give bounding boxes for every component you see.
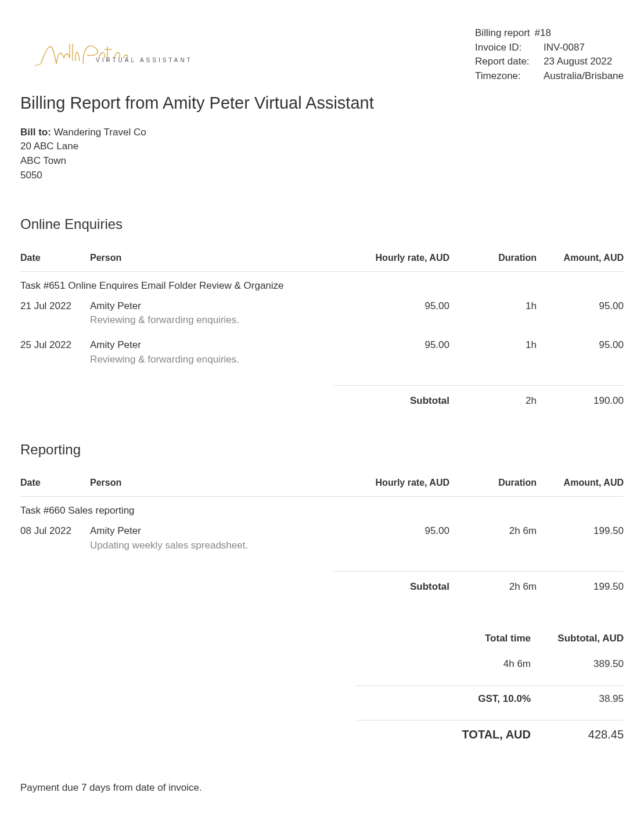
col-person: Person (90, 470, 333, 497)
subtotal-row: Subtotal2h 6m199.50 (20, 571, 624, 602)
entry-duration: 1h (449, 335, 537, 374)
entry-rate: 95.00 (333, 521, 449, 560)
col-person: Person (90, 245, 333, 272)
entry-row: 08 Jul 2022Amity PeterUpdating weekly sa… (20, 521, 624, 560)
entry-note: Reviewing & forwarding enquiries. (90, 353, 333, 367)
task-label: Task #660 Sales reporting (20, 497, 624, 521)
header: VIRTUAL ASSISTANT Billing report #18 Inv… (20, 26, 624, 84)
total-time-label: Total time (415, 632, 531, 646)
page-title: Billing Report from Amity Peter Virtual … (20, 91, 624, 115)
entry-rate: 95.00 (333, 296, 449, 335)
entry-date: 08 Jul 2022 (20, 521, 90, 560)
payment-terms: Payment due 7 days from date of invoice. (20, 781, 624, 795)
timezone: Australia/Brisbane (544, 69, 624, 84)
subtotal-duration: 2h 6m (449, 571, 537, 602)
col-rate: Hourly rate, AUD (333, 470, 449, 497)
col-duration: Duration (449, 245, 537, 272)
subtotal-row: Subtotal2h190.00 (20, 385, 624, 416)
col-date: Date (20, 245, 90, 272)
entry-amount: 95.00 (537, 335, 624, 374)
report-date-label: Report date: (475, 55, 539, 69)
report-date: 23 August 2022 (544, 55, 612, 69)
subtotal-label: Subtotal (333, 571, 449, 602)
entry-duration: 1h (449, 296, 537, 335)
totals-block: Total time Subtotal, AUD 4h 6m 389.50 GS… (357, 626, 624, 749)
bill-to-line1: 20 ABC Lane (20, 139, 624, 154)
gst-label: GST, 10.0% (415, 692, 531, 707)
logo: VIRTUAL ASSISTANT (20, 32, 195, 70)
entry-row: 25 Jul 2022Amity PeterReviewing & forwar… (20, 335, 624, 374)
col-amount: Amount, AUD (537, 245, 624, 272)
entry-date: 25 Jul 2022 (20, 335, 90, 374)
subtotal-label: Subtotal (333, 385, 449, 416)
section-title: Reporting (20, 440, 624, 460)
bill-to-line2: ABC Town (20, 154, 624, 168)
entry-note: Reviewing & forwarding enquiries. (90, 313, 333, 328)
svg-text:VIRTUAL ASSISTANT: VIRTUAL ASSISTANT (96, 57, 193, 63)
task-label: Task #651 Online Enquires Email Folder R… (20, 272, 624, 296)
section: Online EnquiriesDatePersonHourly rate, A… (20, 214, 624, 416)
total-time: 4h 6m (415, 657, 531, 672)
entry-amount: 199.50 (537, 521, 624, 560)
entry-amount: 95.00 (537, 296, 624, 335)
section: ReportingDatePersonHourly rate, AUDDurat… (20, 440, 624, 603)
billing-table: DatePersonHourly rate, AUDDurationAmount… (20, 245, 624, 417)
section-title: Online Enquiries (20, 214, 624, 235)
invoice-id: INV-0087 (544, 41, 585, 55)
entry-person: Amity PeterReviewing & forwarding enquir… (90, 296, 333, 335)
entry-rate: 95.00 (333, 335, 449, 374)
entry-row: 21 Jul 2022Amity PeterReviewing & forwar… (20, 296, 624, 335)
col-date: Date (20, 470, 90, 497)
entry-note: Updating weekly sales spreadsheet. (90, 539, 333, 553)
col-rate: Hourly rate, AUD (333, 245, 449, 272)
entry-date: 21 Jul 2022 (20, 296, 90, 335)
bill-to-name: Wandering Travel Co (54, 127, 146, 138)
bill-to: Bill to: Wandering Travel Co 20 ABC Lane… (20, 125, 624, 183)
task-row: Task #660 Sales reporting (20, 497, 624, 521)
subtotal-amount: 190.00 (537, 385, 624, 416)
entry-person: Amity PeterUpdating weekly sales spreads… (90, 521, 333, 560)
report-label: Billing report (475, 26, 530, 41)
timezone-label: Timezone: (475, 69, 539, 84)
subtotal-duration: 2h (449, 385, 537, 416)
bill-to-label: Bill to: (20, 127, 51, 138)
subtotal-aud-label: Subtotal, AUD (531, 632, 624, 646)
report-number: #18 (535, 26, 551, 41)
billing-table: DatePersonHourly rate, AUDDurationAmount… (20, 470, 624, 602)
entry-person: Amity PeterReviewing & forwarding enquir… (90, 335, 333, 374)
task-row: Task #651 Online Enquires Email Folder R… (20, 272, 624, 296)
grand-total-amount: 428.45 (531, 726, 624, 743)
report-meta: Billing report #18 Invoice ID: INV-0087 … (475, 26, 624, 84)
subtotal-amount: 389.50 (531, 657, 624, 672)
invoice-id-label: Invoice ID: (475, 41, 539, 55)
col-amount: Amount, AUD (537, 470, 624, 497)
subtotal-amount: 199.50 (537, 571, 624, 602)
bill-to-line3: 5050 (20, 168, 624, 183)
gst-amount: 38.95 (531, 692, 624, 707)
col-duration: Duration (449, 470, 537, 497)
grand-total-label: TOTAL, AUD (415, 726, 531, 743)
entry-duration: 2h 6m (449, 521, 537, 560)
